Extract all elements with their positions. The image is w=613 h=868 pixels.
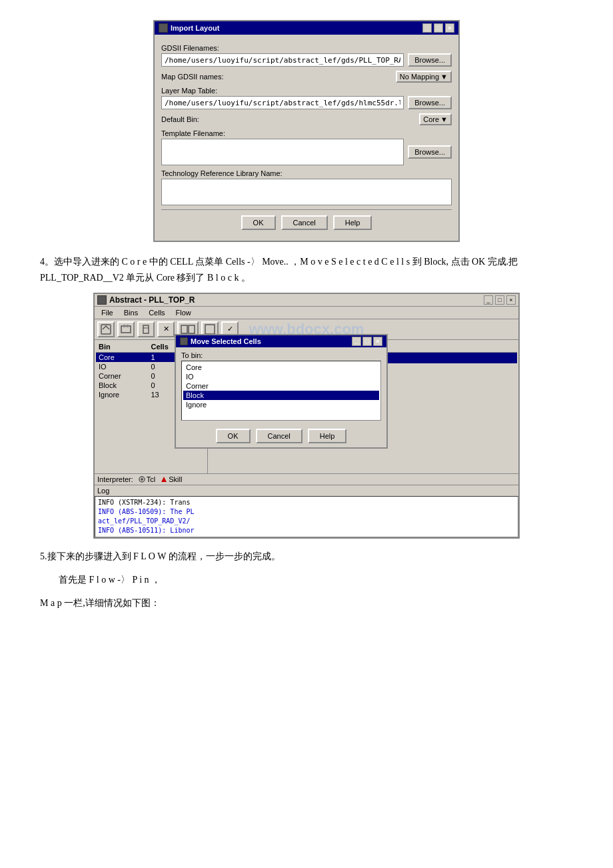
- tcl-radio[interactable]: Tcl: [139, 475, 155, 483]
- abstract-dialog: Abstract - PLL_TOP_R _ □ × File Bins Cel…: [93, 293, 520, 539]
- import-layout-section: Import Layout _ □ × GDSII Filenames: Bro…: [40, 20, 573, 242]
- svg-rect-6: [189, 325, 195, 333]
- skill-label: Skill: [169, 475, 182, 483]
- abstract-section: Abstract - PLL_TOP_R _ □ × File Bins Cel…: [93, 293, 520, 539]
- move-cancel-btn[interactable]: Cancel: [256, 429, 303, 443]
- move-selected-cells-dialog: Move Selected Cells _ □ × To bin: Core I…: [208, 340, 388, 449]
- paragraph-4: M a p 一栏,详细情况如下图：: [40, 595, 573, 611]
- toolbar-btn-2[interactable]: [117, 321, 135, 337]
- paragraph-1: 4。选中导入进来的 C o r e 中的 CELL 点菜单 Cells -〉 M…: [40, 254, 573, 286]
- core-dropdown[interactable]: Core ▼: [419, 113, 452, 125]
- move-dialog-titlebar: Move Selected Cells _ □ ×: [208, 340, 386, 347]
- ok-btn[interactable]: OK: [241, 215, 276, 230]
- abstract-titlebar: Abstract - PLL_TOP_R _ □ ×: [95, 294, 518, 307]
- browse-btn-1[interactable]: Browse...: [408, 53, 452, 67]
- move-dialog-controls: _ □ ×: [352, 340, 382, 346]
- no-mapping-dropdown[interactable]: No Mapping ▼: [396, 71, 452, 83]
- tobin-label: To bin:: [208, 351, 381, 359]
- import-layout-titlebar: Import Layout _ □ ×: [155, 21, 458, 35]
- abstract-maximize-btn[interactable]: □: [495, 295, 504, 305]
- menu-flow[interactable]: Flow: [171, 307, 197, 318]
- tobin-io[interactable]: IO: [208, 372, 379, 381]
- gdsii-label: GDSII Filenames:: [161, 44, 452, 52]
- minimize-btn[interactable]: _: [422, 23, 432, 33]
- map-gdsii-row: Map GDSII names: No Mapping ▼: [161, 71, 452, 83]
- log-label-bar: Log: [95, 485, 518, 496]
- template-input: [161, 139, 404, 165]
- bin-name-io: IO: [99, 363, 151, 371]
- tech-ref-input: [161, 179, 452, 205]
- layer-map-label: Layer Map Table:: [161, 87, 452, 95]
- log-line-4: INFO (ABS-10511): Libnor: [98, 526, 515, 535]
- cancel-btn[interactable]: Cancel: [281, 215, 328, 230]
- abstract-minimize-btn[interactable]: _: [484, 295, 493, 305]
- log-label: Log: [97, 487, 109, 495]
- interpreter-label: Interpreter:: [97, 475, 133, 483]
- template-label: Template Filename:: [161, 129, 452, 137]
- move-dialog-body: To bin: Core IO Corner Block Ignore: [208, 347, 386, 425]
- dialog-icon: [159, 23, 168, 33]
- paragraph-2: 5.接下来的步骤进入到 F L O W 的流程，一步一步的完成。: [40, 548, 573, 565]
- dropdown-arrow: ▼: [440, 73, 448, 81]
- bin-name-corner: Corner: [99, 372, 151, 380]
- log-area: INFO (XSTRM-234): Trans INFO (ABS-10509)…: [95, 496, 518, 537]
- tobin-block[interactable]: Block: [208, 391, 379, 400]
- bin-name-core: Core: [99, 353, 151, 361]
- tobin-corner[interactable]: Corner: [208, 381, 379, 391]
- tobin-list: Core IO Corner Block Ignore: [208, 361, 381, 421]
- bin-name-block: Block: [99, 381, 151, 389]
- skill-radio[interactable]: Skill: [161, 475, 182, 483]
- interpreter-bar: Interpreter: Tcl Skill: [95, 473, 518, 485]
- menu-bins[interactable]: Bins: [119, 307, 143, 318]
- abstract-title: Abstract - PLL_TOP_R: [109, 295, 195, 305]
- menu-file[interactable]: File: [96, 307, 119, 318]
- help-btn[interactable]: Help: [333, 215, 372, 230]
- move-minimize-btn[interactable]: _: [352, 340, 361, 346]
- import-layout-title: Import Layout: [171, 24, 219, 32]
- abstract-icon: [97, 295, 107, 305]
- move-ok-btn[interactable]: OK: [216, 429, 251, 443]
- toolbar-btn-4[interactable]: ✕: [157, 321, 175, 337]
- tech-ref-label: Technology Reference Library Name:: [161, 169, 452, 177]
- abstract-close-btn[interactable]: ×: [506, 295, 516, 305]
- toolbar-btn-1[interactable]: [97, 321, 115, 337]
- log-line-3: act_lef/PLL_TOP_RAD_V2/: [98, 517, 515, 526]
- maximize-btn[interactable]: □: [434, 23, 443, 33]
- svg-rect-1: [121, 326, 131, 333]
- default-bin-row: Default Bin: Core ▼: [161, 113, 452, 125]
- bin-col-header: Bin: [99, 343, 151, 351]
- import-layout-body: GDSII Filenames: Browse... Map GDSII nam…: [155, 35, 458, 241]
- tech-ref-row: [161, 179, 452, 205]
- template-row: Browse...: [161, 139, 452, 165]
- move-dialog-footer: OK Cancel Help: [208, 425, 386, 447]
- close-btn[interactable]: ×: [445, 23, 454, 33]
- browse-btn-2[interactable]: Browse...: [408, 96, 452, 109]
- layer-map-row: Browse...: [161, 96, 452, 109]
- gdsii-input[interactable]: [161, 53, 404, 67]
- move-help-btn[interactable]: Help: [308, 429, 347, 443]
- menu-cells[interactable]: Cells: [143, 307, 170, 318]
- move-dialog-title: Move Selected Cells: [208, 340, 261, 345]
- abstract-main-content: Bin Cells Core 1 IO 0 Corner 0 Block 0: [95, 340, 518, 473]
- layer-map-input[interactable]: [161, 96, 404, 109]
- cell-panel: Cell PLL_TOP_RAD_V2 Move Selected Cells …: [208, 340, 518, 473]
- svg-rect-2: [123, 325, 125, 327]
- svg-point-9: [141, 478, 143, 481]
- log-line-2: INFO (ABS-10509): The PL: [98, 507, 515, 517]
- move-close-btn[interactable]: ×: [373, 340, 382, 346]
- tcl-label: Tcl: [147, 475, 155, 483]
- tobin-core[interactable]: Core: [208, 363, 379, 372]
- core-dropdown-arrow: ▼: [440, 115, 448, 123]
- abstract-titlebar-controls: _ □ ×: [484, 295, 516, 305]
- map-gdsii-label: Map GDSII names:: [161, 73, 224, 81]
- toolbar-btn-3[interactable]: [137, 321, 155, 337]
- import-layout-dialog: Import Layout _ □ × GDSII Filenames: Bro…: [153, 20, 460, 242]
- tobin-ignore[interactable]: Ignore: [208, 400, 379, 409]
- move-maximize-btn[interactable]: □: [362, 340, 372, 346]
- bin-name-ignore: Ignore: [99, 391, 151, 399]
- log-line-1: INFO (XSTRM-234): Trans: [98, 498, 515, 507]
- gdsii-row: Browse...: [161, 53, 452, 67]
- svg-rect-7: [205, 325, 215, 334]
- svg-marker-10: [161, 477, 167, 482]
- browse-btn-3[interactable]: Browse...: [408, 145, 452, 159]
